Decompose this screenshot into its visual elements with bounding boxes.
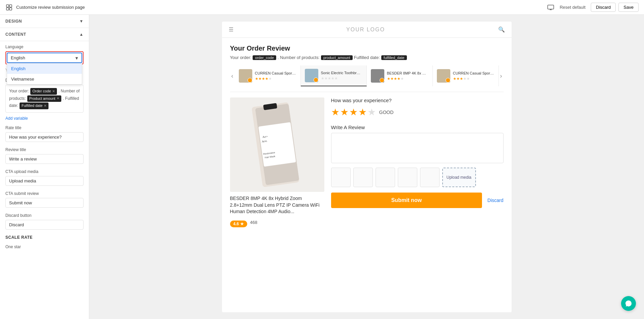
carousel-prev-button[interactable]: ‹: [230, 72, 235, 80]
preview-discard-button[interactable]: Discard: [487, 198, 503, 203]
discard-button[interactable]: Discard: [591, 3, 616, 12]
product-stars-4: ★★★★★: [453, 77, 494, 81]
upload-media-button[interactable]: Upload media: [442, 168, 476, 187]
submit-now-button[interactable]: Submit now: [331, 193, 482, 208]
product-badge-3: [380, 78, 384, 83]
rating-label: GOOD: [379, 110, 394, 115]
order-code-preview-tag: order_code: [253, 55, 276, 60]
review-form: How was your experience? ★ ★ ★ ★ ★ GOOD: [331, 97, 504, 227]
top-bar-left: Customize review submission page: [5, 4, 85, 11]
star-4[interactable]: ★: [358, 107, 367, 118]
review-title-label: Review title: [5, 147, 84, 152]
carousel-item-4[interactable]: CURREN Casual Sport Watches for Men Top.…: [433, 65, 499, 86]
hamburger-icon[interactable]: ☰: [229, 26, 233, 33]
content-section-header[interactable]: CONTENT ▲: [0, 28, 89, 41]
carousel-next-button[interactable]: ›: [499, 72, 504, 80]
product-name-4: CURREN Casual Sport Watches for Men Top.…: [453, 71, 494, 76]
language-label: Language: [5, 45, 84, 49]
media-thumb-4: [398, 168, 417, 187]
cta-upload-input[interactable]: [5, 176, 84, 186]
language-dropdown-list: English Vietnamese: [7, 63, 82, 85]
product-rating-badge: 4.6 ★: [230, 221, 248, 227]
fulfilled-date-remove[interactable]: ✕: [44, 103, 46, 109]
product-thumb-1: [239, 69, 252, 83]
star-icon: ★: [240, 222, 244, 226]
carousel-item-1[interactable]: CURREN Casual Sport Watches for Men Top.…: [235, 65, 301, 86]
product-title: BESDER 8MP 4K 8x Hybrid Zoom 2.8+12mm Du…: [230, 195, 324, 215]
design-chevron-icon: ▼: [79, 19, 84, 24]
design-section-header[interactable]: DESIGN ▼: [0, 15, 89, 28]
rate-title-field: Rate title: [0, 122, 89, 144]
content-chevron-icon: ▲: [79, 32, 84, 37]
carousel-item-3[interactable]: BESDER 8MP 4K 8x Hybrid Zoom 2.8+12m... …: [367, 65, 433, 86]
left-panel: DESIGN ▼ CONTENT ▲ Language English Viet…: [0, 15, 89, 319]
product-name-2: Sonic Electric Toothbrush for Men...: [321, 70, 362, 75]
star-5[interactable]: ★: [367, 107, 376, 118]
preview-container: ☰ YOUR LOGO 🔍 Your Order Review Your ord…: [222, 22, 512, 312]
rate-title-label: Rate title: [5, 125, 84, 130]
scale-rate-label: SCALE RATE: [0, 232, 89, 241]
big-stars[interactable]: ★ ★ ★ ★ ★: [331, 107, 376, 118]
product-stars-3: ★★★★★: [387, 77, 428, 81]
language-option-vietnamese[interactable]: Vietnamese: [7, 74, 82, 84]
write-review-title: Write A Review: [331, 124, 504, 130]
desc-prefix1: Your order:: [9, 89, 30, 93]
language-select[interactable]: English Vietnamese: [7, 53, 82, 63]
product-carousel: ‹ CURREN Casual Sport Watches for Men To…: [230, 65, 504, 92]
one-star-label: One star: [5, 244, 84, 249]
product-amount-tag[interactable]: Product amount ✕: [27, 95, 62, 102]
product-amount-remove[interactable]: ✕: [57, 96, 59, 101]
product-thumb-2: [305, 69, 318, 82]
svg-rect-1: [9, 5, 12, 7]
search-icon[interactable]: 🔍: [498, 26, 505, 33]
add-variable-link[interactable]: Add variable: [0, 115, 89, 122]
product-thumb-4: [437, 69, 450, 83]
fulfilled-date-tag[interactable]: Fulfilled date ✕: [20, 103, 49, 109]
cta-submit-input[interactable]: [5, 198, 84, 208]
monitor-icon[interactable]: [547, 4, 554, 11]
chat-button[interactable]: [621, 296, 636, 311]
star-3[interactable]: ★: [349, 107, 358, 118]
reset-default-button[interactable]: Reset default: [557, 3, 588, 11]
logo: YOUR LOGO: [233, 27, 498, 33]
order-description: Your order: order_code . Number of produ…: [230, 55, 504, 60]
design-label: DESIGN: [5, 19, 22, 24]
media-thumb-3: [376, 168, 395, 187]
order-code-tag[interactable]: Order code ✕: [30, 88, 57, 95]
order-code-remove[interactable]: ✕: [52, 89, 55, 94]
cta-submit-field: CTA submit review: [0, 188, 89, 210]
order-prefix: Your order:: [230, 55, 252, 60]
cta-upload-field: CTA upload media: [0, 166, 89, 188]
review-title-input[interactable]: [5, 154, 84, 164]
product-badge-2: [314, 78, 318, 82]
product-info-4: CURREN Casual Sport Watches for Men Top.…: [453, 71, 494, 81]
review-count: 468: [250, 220, 257, 225]
review-textarea[interactable]: [331, 133, 504, 163]
preview-body: Your Order Review Your order: order_code…: [222, 38, 512, 234]
order-review-title: Your Order Review: [230, 45, 504, 52]
product-info-3: BESDER 8MP 4K 8x Hybrid Zoom 2.8+12m... …: [387, 71, 428, 81]
discard-button-input[interactable]: [5, 220, 84, 230]
language-option-english[interactable]: English: [7, 63, 82, 74]
star-1[interactable]: ★: [331, 107, 340, 118]
product-rating-row: 4.6 ★ 468: [230, 218, 324, 227]
cta-upload-label: CTA upload media: [5, 169, 84, 174]
svg-rect-3: [9, 8, 12, 10]
save-button[interactable]: Save: [618, 3, 639, 12]
star-2[interactable]: ★: [340, 107, 349, 118]
product-amount-preview-tag: product_amount: [321, 55, 353, 60]
language-field: Language English Vietnamese ▼ English Vi…: [0, 41, 89, 66]
svg-rect-0: [6, 5, 9, 7]
cta-submit-label: CTA submit review: [5, 191, 84, 196]
submit-row: Submit now Discard: [331, 193, 504, 208]
rate-title-input[interactable]: [5, 132, 84, 142]
language-dropdown-wrapper: English Vietnamese ▼ English Vietnamese: [7, 53, 82, 63]
carousel-item-2[interactable]: Sonic Electric Toothbrush for Men... ★★★…: [301, 65, 367, 86]
right-panel: ☰ YOUR LOGO 🔍 Your Order Review Your ord…: [89, 15, 644, 319]
carousel-items: CURREN Casual Sport Watches for Men Top.…: [235, 65, 499, 86]
media-upload-row: Upload media: [331, 168, 504, 187]
top-bar: Customize review submission page Reset d…: [0, 0, 644, 15]
review-title-field: Review title: [0, 144, 89, 166]
menu-icon[interactable]: [5, 4, 13, 11]
review-section: Act+ Acre. Restorative Hair Mask BESDER …: [230, 97, 504, 227]
